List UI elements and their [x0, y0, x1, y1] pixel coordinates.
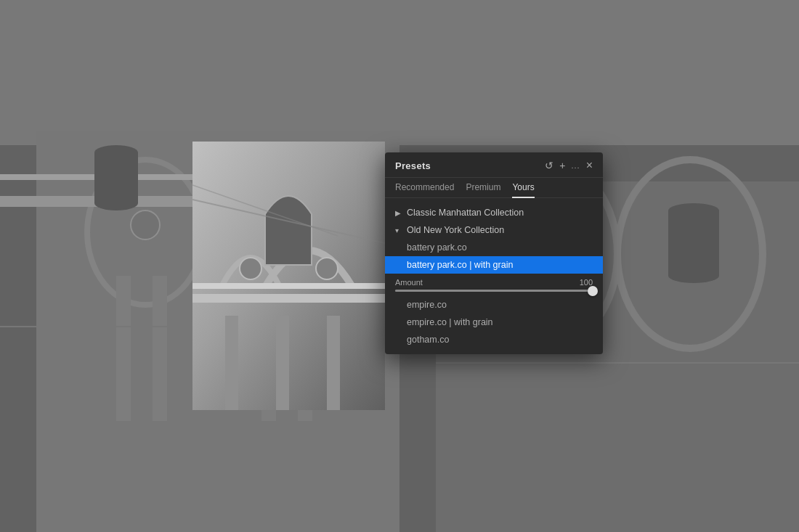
- chevron-down-icon: ▾: [395, 226, 402, 234]
- svg-rect-27: [276, 316, 289, 410]
- amount-section: Amount 100: [385, 274, 603, 296]
- tabs-bar: Recommended Premium Yours: [385, 178, 603, 198]
- collection-classic-manhattan[interactable]: ▶ Classic Manhattan Collection: [385, 204, 603, 221]
- preset-battery-park-grain[interactable]: battery park.co | with grain: [385, 256, 603, 274]
- svg-rect-29: [192, 294, 385, 303]
- collection-old-new-york[interactable]: ▾ Old New York Collection: [385, 221, 603, 239]
- svg-rect-30: [192, 283, 385, 289]
- presets-panel: Presets ↺ + ... × Recommended Premium Yo…: [385, 152, 603, 354]
- svg-rect-28: [327, 316, 340, 410]
- amount-slider-thumb[interactable]: [588, 286, 598, 296]
- undo-icon[interactable]: ↺: [545, 160, 553, 171]
- preset-gotham[interactable]: gotham.co: [385, 331, 603, 348]
- svg-point-31: [240, 258, 261, 279]
- tab-recommended[interactable]: Recommended: [395, 182, 454, 198]
- panel-title: Presets: [395, 160, 431, 171]
- preset-empire[interactable]: empire.co: [385, 296, 603, 314]
- close-icon[interactable]: ×: [586, 160, 593, 171]
- more-icon[interactable]: ...: [571, 162, 580, 170]
- chevron-right-icon: ▶: [395, 209, 402, 217]
- preset-battery-park[interactable]: battery park.co: [385, 239, 603, 256]
- tab-premium[interactable]: Premium: [466, 182, 500, 198]
- amount-slider-track[interactable]: [395, 290, 593, 292]
- amount-slider-fill: [395, 290, 593, 292]
- svg-point-32: [316, 258, 338, 279]
- panel-header: Presets ↺ + ... ×: [385, 152, 603, 178]
- panel-body: ▶ Classic Manhattan Collection ▾ Old New…: [385, 198, 603, 354]
- preset-empire-grain[interactable]: empire.co | with grain: [385, 314, 603, 331]
- collection-old-new-york-label: Old New York Collection: [407, 225, 504, 235]
- tab-yours[interactable]: Yours: [512, 182, 534, 198]
- svg-rect-26: [225, 316, 238, 410]
- add-icon[interactable]: +: [559, 160, 565, 171]
- amount-label: Amount: [395, 278, 423, 287]
- photo-panel-image: [192, 142, 385, 410]
- photo-panel: [192, 142, 385, 410]
- collection-classic-manhattan-label: Classic Manhattan Collection: [407, 208, 524, 218]
- panel-actions: ↺ + ... ×: [545, 160, 593, 171]
